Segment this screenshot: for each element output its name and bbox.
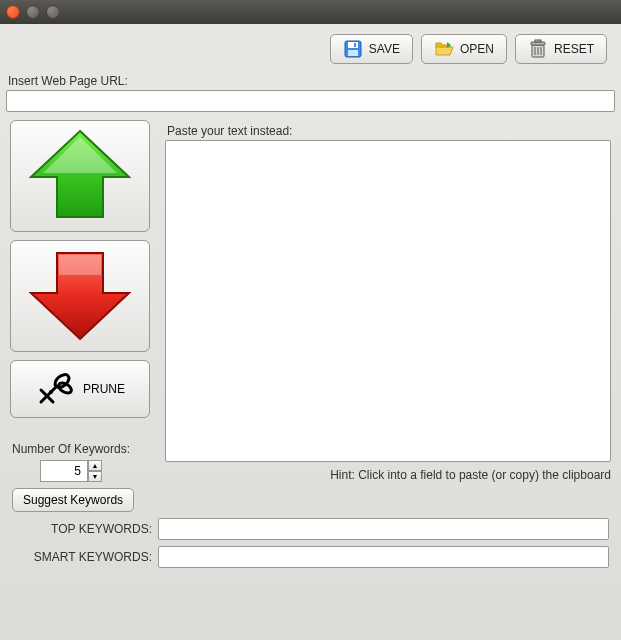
save-icon <box>343 39 363 59</box>
arrow-up-icon <box>25 127 135 226</box>
top-keywords-row: TOP KEYWORDS: <box>12 518 609 540</box>
svg-rect-2 <box>348 50 358 56</box>
window-close-button[interactable] <box>6 5 20 19</box>
save-button[interactable]: SAVE <box>330 34 413 64</box>
hint-label: Hint: Click into a field to paste (or co… <box>165 468 611 482</box>
open-button[interactable]: OPEN <box>421 34 507 64</box>
svg-rect-9 <box>535 40 541 42</box>
prune-icon <box>35 368 75 411</box>
suggest-keywords-button[interactable]: Suggest Keywords <box>12 488 134 512</box>
trash-icon <box>528 39 548 59</box>
url-input[interactable] <box>6 90 615 112</box>
num-keywords-input[interactable] <box>40 460 88 482</box>
spinner-down-button[interactable]: ▼ <box>88 471 102 482</box>
main-area: PRUNE Number Of Keywords: ▲ ▼ Paste your… <box>6 120 615 482</box>
reset-label: RESET <box>554 42 594 56</box>
num-keywords-spinner: ▲ ▼ <box>40 460 155 482</box>
smart-keywords-label: SMART KEYWORDS: <box>12 550 152 564</box>
up-arrow-button[interactable] <box>10 120 150 232</box>
right-column: Paste your text instead: Hint: Click int… <box>165 120 611 482</box>
num-keywords-label: Number Of Keywords: <box>12 442 153 456</box>
spinner-up-button[interactable]: ▲ <box>88 460 102 471</box>
text-input-area[interactable] <box>165 140 611 462</box>
svg-rect-3 <box>354 43 356 47</box>
arrow-down-icon <box>25 247 135 346</box>
svg-rect-1 <box>348 42 358 48</box>
svg-point-12 <box>49 390 53 394</box>
left-column: PRUNE Number Of Keywords: ▲ ▼ <box>10 120 155 482</box>
window-body: SAVE OPEN <box>0 24 621 640</box>
top-toolbar: SAVE OPEN <box>6 30 615 70</box>
open-icon <box>434 39 454 59</box>
top-keywords-label: TOP KEYWORDS: <box>12 522 152 536</box>
window-titlebar <box>0 0 621 24</box>
window-maximize-button[interactable] <box>46 5 60 19</box>
save-label: SAVE <box>369 42 400 56</box>
paste-text-label: Paste your text instead: <box>167 124 609 138</box>
prune-label: PRUNE <box>83 382 125 396</box>
smart-keywords-row: SMART KEYWORDS: <box>12 546 609 568</box>
smart-keywords-input[interactable] <box>158 546 609 568</box>
bottom-section: Suggest Keywords TOP KEYWORDS: SMART KEY… <box>6 482 615 568</box>
down-arrow-button[interactable] <box>10 240 150 352</box>
open-label: OPEN <box>460 42 494 56</box>
suggest-label: Suggest Keywords <box>23 493 123 507</box>
prune-button[interactable]: PRUNE <box>10 360 150 418</box>
reset-button[interactable]: RESET <box>515 34 607 64</box>
url-label: Insert Web Page URL: <box>8 74 613 88</box>
window-minimize-button[interactable] <box>26 5 40 19</box>
num-keywords-section: Number Of Keywords: ▲ ▼ <box>10 438 155 482</box>
top-keywords-input[interactable] <box>158 518 609 540</box>
svg-point-11 <box>57 381 73 395</box>
